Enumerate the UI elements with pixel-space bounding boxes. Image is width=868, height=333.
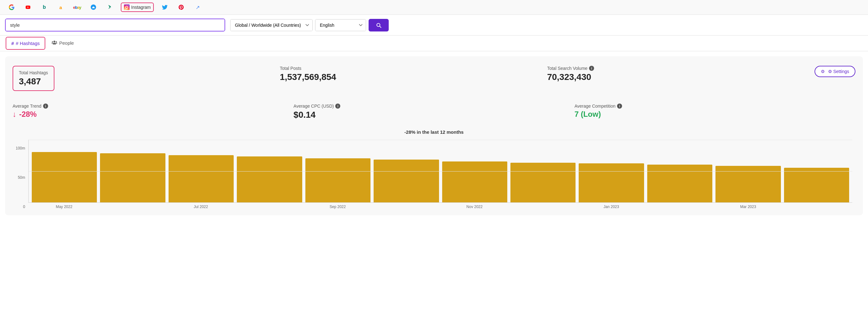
avg-competition-info-icon[interactable]: i: [617, 104, 622, 109]
bing-icon: b: [41, 4, 47, 10]
bar-group-3: [237, 157, 302, 202]
google-icon: [9, 4, 14, 10]
search-input-wrapper: [5, 19, 225, 31]
bookmark-ebay[interactable]: ebay: [72, 3, 83, 11]
chart-bars: [28, 140, 852, 203]
bookmark-bing[interactable]: b: [39, 3, 50, 11]
location-select-wrapper: Global / Worldwide (All Countries): [230, 19, 313, 31]
bar-1: [100, 153, 165, 202]
bookmarks-bar: b a ebay Instagram ↗: [0, 0, 868, 15]
bar-8: [579, 163, 644, 202]
total-posts-block: Total Posts 1,537,569,854: [280, 63, 547, 94]
bar-group-7: [510, 163, 576, 202]
bar-7: [510, 163, 576, 202]
total-posts-label: Total Posts: [280, 66, 541, 71]
bookmark-play[interactable]: [104, 3, 115, 11]
total-posts-value: 1,537,569,854: [280, 72, 541, 82]
svg-point-1: [128, 5, 129, 6]
search-volume-info-icon[interactable]: i: [589, 66, 594, 71]
bar-9: [647, 165, 712, 202]
instagram-label: Instagram: [131, 5, 151, 10]
settings-gear-icon: ⚙: [821, 69, 825, 74]
youtube-icon: [25, 4, 31, 10]
avg-cpc-label: Average CPC (USD) i: [293, 104, 568, 109]
y-label-0: 0: [23, 204, 25, 209]
tabs-bar: # # Hashtags People: [0, 35, 868, 51]
total-hashtags-value: 3,487: [19, 77, 48, 87]
avg-trend-info-icon[interactable]: i: [43, 104, 48, 109]
bookmark-pinterest[interactable]: [176, 3, 186, 11]
tab-people-label: People: [59, 40, 74, 46]
tab-hashtags-label: # Hashtags: [16, 40, 40, 46]
stats-bottom-row: Average Trend i ↓ -28% Average CPC (USD)…: [12, 101, 856, 123]
chart-x-labels: May 2022Jul 2022Sep 2022Nov 2022Jan 2023…: [28, 203, 852, 209]
x-label-6: Nov 2022: [442, 204, 507, 209]
location-select[interactable]: Global / Worldwide (All Countries): [230, 20, 312, 31]
avg-cpc-value: $0.14: [293, 110, 568, 120]
x-label-11: [784, 204, 849, 209]
people-tab-icon: [52, 40, 57, 46]
stats-container: Total Hashtags 3,487 Total Posts 1,537,5…: [5, 56, 863, 215]
avg-cpc-info-icon[interactable]: i: [335, 104, 340, 109]
x-label-4: Sep 2022: [305, 204, 370, 209]
search-input[interactable]: [6, 19, 224, 31]
x-label-7: [510, 204, 576, 209]
bar-group-5: [374, 160, 439, 202]
bar-group-1: [100, 153, 165, 202]
bookmark-google[interactable]: [6, 3, 17, 11]
bar-group-2: [168, 155, 234, 202]
bar-group-11: [784, 168, 849, 202]
settings-block: ⚙ ⚙ Settings: [814, 63, 856, 94]
x-label-1: [100, 204, 165, 209]
language-select[interactable]: English: [315, 20, 366, 31]
avg-competition-label: Average Competition i: [575, 104, 849, 109]
avg-competition-block: Average Competition i 7 (Low): [575, 101, 856, 123]
x-label-5: [374, 204, 439, 209]
bookmark-trends[interactable]: ↗: [192, 3, 203, 11]
bar-4: [305, 158, 370, 202]
amazon-icon: a: [58, 4, 64, 10]
avg-trend-label: Average Trend i: [12, 104, 287, 109]
settings-button[interactable]: ⚙ ⚙ Settings: [814, 66, 856, 77]
bar-6: [442, 162, 507, 202]
bar-group-9: [647, 165, 712, 202]
gridline-top: [29, 140, 852, 140]
y-label-100m: 100m: [16, 146, 25, 150]
trends-icon: ↗: [195, 4, 200, 10]
bookmark-amazon[interactable]: a: [55, 3, 66, 11]
bar-group-4: [305, 158, 370, 202]
avg-cpc-block: Average CPC (USD) i $0.14: [293, 101, 574, 123]
search-bar: Global / Worldwide (All Countries) Engli…: [0, 15, 868, 35]
bookmark-youtube[interactable]: [23, 3, 33, 11]
x-label-8: Jan 2023: [579, 204, 644, 209]
bar-5: [374, 160, 439, 202]
pinterest-icon: [178, 4, 184, 10]
bookmark-instagram[interactable]: Instagram: [121, 2, 154, 12]
total-hashtags-label: Total Hashtags: [19, 70, 48, 75]
x-label-9: [647, 204, 713, 209]
twitter-icon: [162, 4, 167, 10]
svg-rect-0: [124, 4, 130, 10]
bookmark-appstore[interactable]: [88, 3, 99, 11]
chart-container: -28% in the last 12 months 100m 50m 0 Ma…: [12, 129, 856, 209]
total-search-volume-value: 70,323,430: [547, 72, 808, 82]
trend-down-arrow-icon: ↓: [12, 110, 17, 118]
total-search-volume-label: Total Search Volume i: [547, 66, 808, 71]
x-label-2: Jul 2022: [168, 204, 234, 209]
total-hashtags-block: Total Hashtags 3,487: [12, 63, 280, 94]
bar-11: [784, 168, 849, 202]
chart-title: -28% in the last 12 months: [16, 129, 852, 135]
hashtag-tab-icon: #: [11, 40, 14, 46]
bookmark-twitter[interactable]: [159, 3, 170, 11]
x-label-10: Mar 2023: [715, 204, 781, 209]
tab-hashtags[interactable]: # # Hashtags: [6, 37, 45, 50]
bar-group-8: [579, 163, 644, 202]
tab-people[interactable]: People: [46, 36, 80, 51]
language-select-wrapper: English: [315, 19, 366, 31]
search-button[interactable]: [369, 19, 389, 31]
chart-area: 100m 50m 0 May 2022Jul 2022Sep 2022Nov 2…: [16, 140, 852, 209]
stats-top-row: Total Hashtags 3,487 Total Posts 1,537,5…: [12, 63, 856, 94]
y-label-50m: 50m: [18, 175, 25, 180]
play-store-icon: [107, 4, 113, 10]
avg-trend-block: Average Trend i ↓ -28%: [12, 101, 293, 123]
